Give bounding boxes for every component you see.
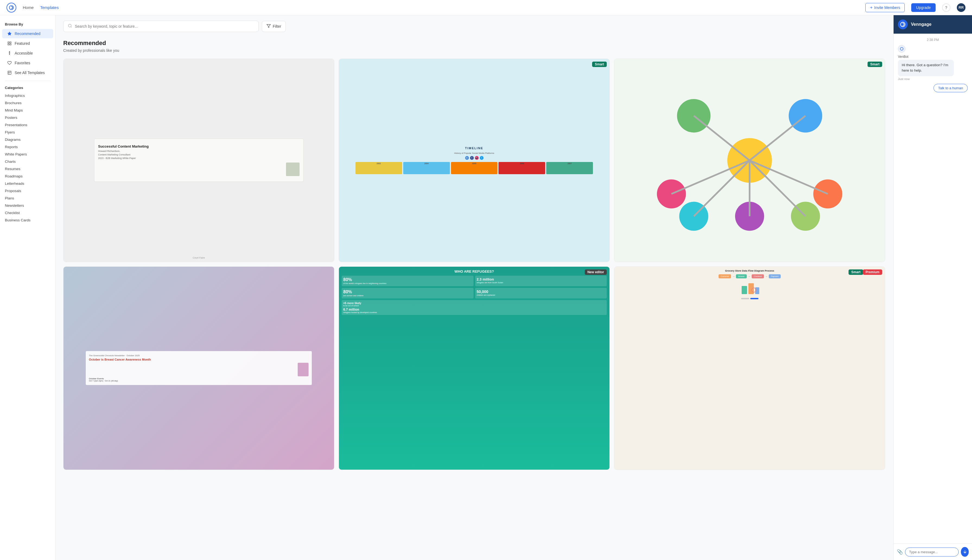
cat-proposals[interactable]: Proposals <box>0 187 55 195</box>
chat-header: Venngage <box>894 15 972 33</box>
template-card-5[interactable]: WHO ARE REFUGEES? 80% of the world's ref… <box>338 267 610 470</box>
cat-charts[interactable]: Charts <box>0 158 55 165</box>
grid-icon <box>7 41 12 46</box>
cat-newsletters[interactable]: Newsletters <box>0 202 55 209</box>
template-card-6[interactable]: Grocery Store Data Flow Diagram Process … <box>614 267 885 470</box>
chat-send-button[interactable] <box>961 547 969 557</box>
cat-infographics[interactable]: Infographics <box>0 92 55 99</box>
cat-reports[interactable]: Reports <box>0 143 55 151</box>
help-button[interactable]: ? <box>942 3 950 12</box>
chat-message-bubble: Hi there. Got a question? I'm here to he… <box>898 60 954 76</box>
svg-marker-1 <box>8 32 11 35</box>
svg-line-18 <box>694 116 750 160</box>
chat-timestamp: Just now <box>898 77 968 81</box>
browse-by-title: Browse By <box>0 21 55 29</box>
filter-button[interactable]: Filter <box>262 21 286 32</box>
chat-message-group: VenBot Hi there. Got a question? I'm her… <box>898 45 968 81</box>
talk-to-human-button[interactable]: Talk to a human <box>934 84 968 92</box>
search-input[interactable] <box>75 24 254 28</box>
svg-line-19 <box>750 116 805 160</box>
cat-checklist[interactable]: Checklist <box>0 209 55 217</box>
sidebar-item-accessible[interactable]: Accessible <box>2 48 53 58</box>
cat-plans[interactable]: Plans <box>0 195 55 202</box>
upgrade-button[interactable]: Upgrade <box>911 3 935 12</box>
chat-sender-name: VenBot <box>898 55 968 58</box>
badge-smart-3: Smart <box>867 62 882 67</box>
chat-time: 2:38 PM <box>898 38 968 42</box>
cat-resumes[interactable]: Resumes <box>0 165 55 173</box>
chat-avatar-dots <box>898 45 968 53</box>
svg-rect-26 <box>749 283 754 294</box>
cat-business-cards[interactable]: Business Cards <box>0 217 55 224</box>
attach-icon[interactable]: 📎 <box>897 549 903 555</box>
nav-templates[interactable]: Templates <box>40 5 58 10</box>
slide-dot-4 <box>741 298 749 299</box>
templates-icon <box>7 70 12 75</box>
filter-icon <box>267 24 271 29</box>
svg-point-8 <box>68 24 72 27</box>
chat-title: Venngage <box>911 22 932 27</box>
sidebar-label-see-all: See All Templates <box>15 70 45 75</box>
cat-presentations[interactable]: Presentations <box>0 121 55 128</box>
search-bar[interactable] <box>63 21 258 32</box>
sidebar-item-see-all[interactable]: See All Templates <box>2 68 53 77</box>
chat-body: 2:38 PM VenBot Hi there. Got a question?… <box>894 33 972 543</box>
badge-premium-6: Premium <box>863 269 882 275</box>
nav-links: Home Templates <box>23 5 58 10</box>
heart-icon <box>7 60 12 65</box>
plus-icon: + <box>870 5 872 10</box>
cat-brochures[interactable]: Brochures <box>0 99 55 107</box>
slide-indicator <box>741 298 759 299</box>
badge-smart-6: Smart <box>849 269 863 275</box>
svg-point-30 <box>900 47 904 50</box>
content-area: Filter Recommended Created by profession… <box>56 15 972 560</box>
sidebar-item-featured[interactable]: Featured <box>2 39 53 48</box>
chat-input[interactable] <box>905 548 959 557</box>
sidebar-label-accessible: Accessible <box>15 51 33 55</box>
svg-marker-9 <box>267 24 270 28</box>
cat-white-papers[interactable]: White Papers <box>0 151 55 158</box>
avatar[interactable]: RR <box>957 3 965 12</box>
section-subtitle: Created by professionals like you <box>63 48 885 53</box>
invite-members-button[interactable]: + Invite Members <box>865 3 905 12</box>
cat-letterheads[interactable]: Letterheads <box>0 180 55 187</box>
template-grid: Successful Content Marketing Howard Rich… <box>63 58 885 470</box>
svg-rect-7 <box>8 71 11 74</box>
categories-title: Categories <box>0 84 55 92</box>
sidebar: Browse By Recommended Featured <box>0 15 56 560</box>
badge-smart-2: Smart <box>592 62 607 67</box>
cat-flyers[interactable]: Flyers <box>0 128 55 136</box>
sidebar-item-favorites[interactable]: Favorites <box>2 58 53 68</box>
cat-diagrams[interactable]: Diagrams <box>0 136 55 143</box>
chat-logo <box>898 20 908 29</box>
svg-rect-5 <box>10 44 11 45</box>
svg-point-6 <box>9 51 10 52</box>
section-title: Recommended <box>63 40 885 47</box>
template-card-1[interactable]: Successful Content Marketing Howard Rich… <box>63 58 334 262</box>
logo[interactable] <box>7 3 16 12</box>
svg-rect-2 <box>8 42 9 43</box>
svg-rect-4 <box>8 44 9 45</box>
cat-mind-maps[interactable]: Mind Maps <box>0 107 55 114</box>
main-layout: Browse By Recommended Featured <box>0 15 972 560</box>
svg-point-29 <box>900 22 905 27</box>
accessible-icon <box>7 51 12 56</box>
search-icon <box>68 23 72 29</box>
template-card-4[interactable]: The Greensville Chronicle Newsletter · O… <box>63 267 334 470</box>
slide-dot-5 <box>750 298 759 299</box>
svg-rect-25 <box>742 286 747 294</box>
cat-posters[interactable]: Posters <box>0 114 55 121</box>
template-card-3[interactable]: Smart <box>614 58 885 262</box>
svg-point-0 <box>10 5 13 10</box>
search-bar-wrap: Filter <box>63 21 885 32</box>
topnav: Home Templates + Invite Members Upgrade … <box>0 0 972 15</box>
sidebar-label-recommended: Recommended <box>15 32 40 36</box>
badge-new-editor-5: New editor <box>585 269 607 275</box>
nav-home[interactable]: Home <box>23 5 33 10</box>
cat-roadmaps[interactable]: Roadmaps <box>0 173 55 180</box>
sidebar-item-recommended[interactable]: Recommended <box>2 29 53 38</box>
svg-rect-3 <box>10 42 11 43</box>
template-card-2[interactable]: TIMELINE History of Popular Social Media… <box>338 58 610 262</box>
sidebar-label-favorites: Favorites <box>15 61 30 65</box>
chat-widget: Venngage 2:38 PM VenBot Hi there. Got a … <box>893 15 972 560</box>
